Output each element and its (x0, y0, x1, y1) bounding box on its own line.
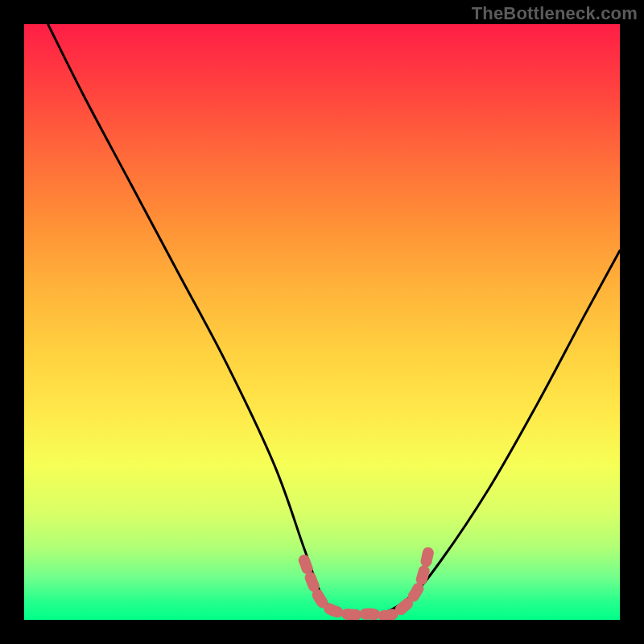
bottleneck-curve (48, 24, 620, 615)
plot-area (24, 24, 620, 620)
optimal-band-marker (304, 548, 429, 616)
watermark-text: TheBottleneck.com (472, 3, 638, 24)
chart-frame: TheBottleneck.com (0, 0, 644, 644)
chart-svg (24, 24, 620, 620)
